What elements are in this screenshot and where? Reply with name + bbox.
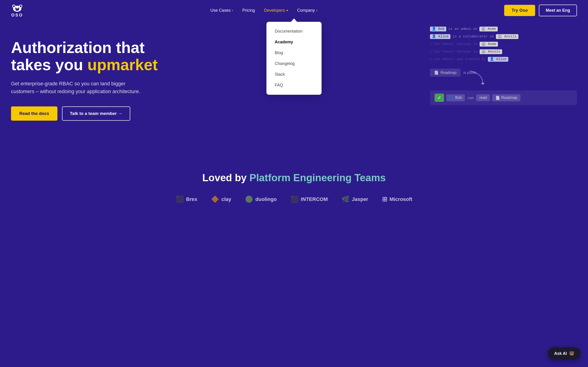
checkmark-badge: ✓ [435,94,444,102]
nav-company[interactable]: Company › [297,8,317,13]
hero-buttons: Read the docs Talk to a team member → [11,106,167,121]
nav-links: Use Cases › Pricing Developers ▾ Company… [210,8,317,13]
developers-dropdown: Documentation Academy Blog Changelog Sla… [267,18,321,95]
nav-use-cases[interactable]: Use Cases › [210,8,233,13]
bear-icon [11,3,23,12]
svg-point-6 [15,8,17,9]
hero-subtitle: Get enterprise-grade RBAC so you can lan… [11,80,144,95]
meet-eng-button[interactable]: Meet an Eng [539,5,577,16]
logo-clay: 🔶 clay [211,195,231,203]
loved-title: Loved by Platform Engineering Teams [11,172,577,184]
dropdown-documentation[interactable]: Documentation [267,26,321,37]
result-line: ✓ 👤 Bob can read 📄 Roadmap [430,90,577,105]
svg-point-3 [13,5,15,7]
code-line-4: □ too heavy! belongs to 🏢 Anvils [430,48,577,56]
jasper-icon: 🌿 [342,195,350,203]
hero-title: Authorization that takes you upmarket [11,39,167,73]
dropdown-blog[interactable]: Blog [267,48,321,58]
logo[interactable]: OSO [11,3,23,18]
chevron-icon: › [232,8,233,12]
chevron-down-icon: ▾ [286,8,288,12]
bob-tag: 👤 Bob [430,27,446,31]
loved-highlight: Platform Engineering Teams [250,172,386,183]
can-text: can [467,96,474,100]
logo-intercom: ⬛ INTERCOM [291,195,328,203]
acme-tag-2: 🏢 Acme [480,42,498,47]
svg-point-7 [18,8,19,9]
logo-brex: ⬛ Brex [176,195,197,203]
dropdown-arrow [291,18,297,22]
anvils-tag-2: 🏢 Anvils [480,49,502,54]
dropdown-changelog[interactable]: Changelog [267,58,321,69]
hero-content: Authorization that takes you upmarket Ge… [11,39,167,121]
try-oso-button[interactable]: Try Oso [504,5,535,16]
code-visualization: 👤 Bob is an admin on 🏢 Acme 👤 Alice is a… [430,25,577,63]
logo-duolingo: 🟢 duolingo [245,195,277,203]
alice-tag-2: 👤 Alice [488,57,508,62]
duolingo-icon: 🟢 [245,195,253,203]
alice-tag: 👤 Alice [430,34,450,39]
code-line-3: □ too heavy! belongs to 🏢 Acme [430,40,577,48]
read-result-tag: read [476,94,490,101]
arrow-icon [469,71,487,85]
nav-pricing[interactable]: Pricing [242,8,255,13]
brex-icon: ⬛ [176,195,184,203]
acme-tag: 🏢 Acme [479,27,498,31]
logo-text: OSO [11,13,23,18]
nav-actions: Try Oso Meet an Eng [504,5,577,16]
svg-marker-8 [481,83,485,85]
logo-microsoft: ⊞ Microsoft [382,195,412,203]
intercom-icon: ⬛ [291,195,299,203]
microsoft-icon: ⊞ [382,195,387,203]
talk-team-button[interactable]: Talk to a team member → [62,106,130,121]
code-line-1: 👤 Bob is an admin on 🏢 Acme [430,25,577,33]
roadmap-section: 📄 Roadmap is public [430,69,577,77]
dropdown-faq[interactable]: FAQ [267,80,321,91]
loved-section: Loved by Platform Engineering Teams ⬛ Br… [0,154,588,217]
dropdown-menu: Documentation Academy Blog Changelog Sla… [267,22,321,95]
navigation: OSO Use Cases › Pricing Developers ▾ Com… [0,0,588,21]
nav-developers[interactable]: Developers ▾ [264,8,288,13]
roadmap-bubble: 📄 Roadmap [430,69,460,77]
clay-icon: 🔶 [211,195,219,203]
chevron-icon: › [316,8,317,12]
code-line-2: 👤 Alice is a collaborator on 🏢 Anvils [430,33,577,40]
svg-point-4 [20,5,22,7]
logo-jasper: 🌿 Jasper [342,195,368,203]
hero-visualization: 👤 Bob is an admin on 🏢 Acme 👤 Alice is a… [430,25,577,105]
hero-highlight: upmarket [87,56,158,73]
roadmap-result-tag: 📄 Roadmap [492,94,520,101]
anvils-tag: 🏢 Anvils [496,34,519,39]
read-docs-button[interactable]: Read the docs [11,106,57,121]
logos-row: ⬛ Brex 🔶 clay 🟢 duolingo ⬛ INTERCOM 🌿 Ja… [11,195,577,203]
dropdown-slack[interactable]: Slack [267,69,321,80]
bob-result-tag: 👤 Bob [446,94,465,101]
code-line-5: □ too heavy! was created by 👤 Alice [430,56,577,63]
dropdown-academy[interactable]: Academy [267,37,321,48]
